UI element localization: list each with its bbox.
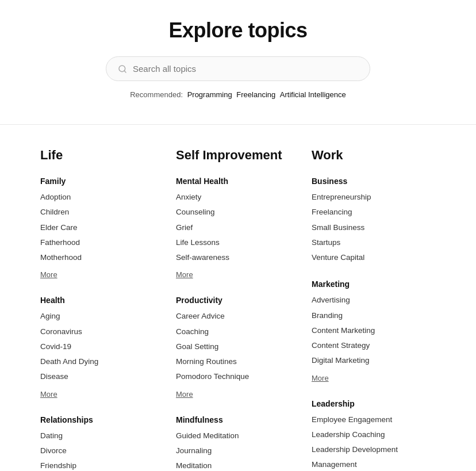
more-link[interactable]: More bbox=[312, 374, 329, 382]
topic-item[interactable]: Pomodoro Technique bbox=[176, 371, 300, 382]
divider bbox=[0, 124, 476, 125]
section-self-improvement-1: ProductivityCareer AdviceCoachingGoal Se… bbox=[176, 296, 300, 399]
topic-item[interactable]: Fatherhood bbox=[40, 237, 164, 248]
topic-item[interactable]: Meditation bbox=[176, 460, 300, 471]
section-title-work-2: Leadership bbox=[312, 399, 436, 408]
section-title-life-1: Health bbox=[40, 296, 164, 305]
recommended-row: Recommended: Programming Freelancing Art… bbox=[11, 90, 465, 99]
more-link[interactable]: More bbox=[40, 270, 57, 279]
topic-item[interactable]: Self-awareness bbox=[176, 252, 300, 263]
topic-item[interactable]: Content Strategy bbox=[312, 340, 436, 351]
topic-item[interactable]: Management bbox=[312, 459, 436, 470]
svg-line-1 bbox=[124, 71, 126, 72]
page-header: Explore topics Recommended: Programming … bbox=[0, 0, 476, 113]
topic-item[interactable]: Venture Capital bbox=[312, 252, 436, 263]
topic-item[interactable]: Small Business bbox=[312, 222, 436, 233]
topic-item[interactable]: Morning Routines bbox=[176, 356, 300, 367]
topic-item[interactable]: Career Advice bbox=[176, 311, 300, 322]
section-self-improvement-0: Mental HealthAnxietyCounselingGriefLife … bbox=[176, 177, 300, 279]
topic-item[interactable]: Disease bbox=[40, 371, 164, 382]
topic-item[interactable]: Guided Meditation bbox=[176, 430, 300, 442]
topic-item[interactable]: Motherhood bbox=[40, 252, 164, 263]
more-link[interactable]: More bbox=[176, 270, 193, 279]
column-title-self-improvement: Self Improvement bbox=[176, 148, 300, 163]
section-title-work-1: Marketing bbox=[312, 279, 436, 289]
topic-item[interactable]: Leadership Coaching bbox=[312, 429, 436, 441]
topic-item[interactable]: Journaling bbox=[176, 445, 300, 457]
section-self-improvement-2: MindfulnessGuided MeditationJournalingMe… bbox=[176, 415, 300, 472]
section-life-2: RelationshipsDatingDivorceFriendshipLove… bbox=[40, 415, 164, 472]
topic-item[interactable]: Friendship bbox=[40, 460, 164, 471]
section-work-0: BusinessEntrepreneurshipFreelancingSmall… bbox=[312, 177, 436, 263]
section-title-self-improvement-2: Mindfulness bbox=[176, 415, 300, 424]
column-life: LifeFamilyAdoptionChildrenElder CareFath… bbox=[34, 148, 170, 471]
recommended-label: Recommended: bbox=[130, 90, 183, 99]
search-bar bbox=[106, 56, 370, 81]
section-life-0: FamilyAdoptionChildrenElder CareFatherho… bbox=[40, 177, 164, 279]
topic-item[interactable]: Entrepreneurship bbox=[312, 192, 436, 203]
section-title-life-2: Relationships bbox=[40, 415, 164, 424]
topic-item[interactable]: Coronavirus bbox=[40, 326, 164, 338]
section-title-work-0: Business bbox=[312, 177, 436, 186]
topic-item[interactable]: Life Lessons bbox=[176, 237, 300, 248]
more-link[interactable]: More bbox=[176, 390, 193, 399]
recommended-link-2[interactable]: Freelancing bbox=[236, 90, 275, 99]
topic-item[interactable]: Digital Marketing bbox=[312, 355, 436, 366]
section-title-life-0: Family bbox=[40, 177, 164, 186]
section-work-1: MarketingAdvertisingBrandingContent Mark… bbox=[312, 279, 436, 382]
topics-grid: LifeFamilyAdoptionChildrenElder CareFath… bbox=[0, 136, 476, 471]
column-title-life: Life bbox=[40, 148, 164, 163]
search-icon bbox=[118, 64, 127, 74]
topic-item[interactable]: Covid-19 bbox=[40, 341, 164, 353]
topic-item[interactable]: Goal Setting bbox=[176, 341, 300, 353]
column-self-improvement: Self ImprovementMental HealthAnxietyCoun… bbox=[170, 148, 306, 471]
topic-item[interactable]: Startups bbox=[312, 237, 436, 248]
search-input[interactable] bbox=[133, 64, 358, 74]
topic-item[interactable]: Aging bbox=[40, 311, 164, 322]
topic-item[interactable]: Coaching bbox=[176, 326, 300, 338]
topic-item[interactable]: Branding bbox=[312, 310, 436, 321]
topic-item[interactable]: Employee Engagement bbox=[312, 414, 436, 426]
topic-item[interactable]: Elder Care bbox=[40, 222, 164, 233]
topic-item[interactable]: Children bbox=[40, 206, 164, 218]
section-work-2: LeadershipEmployee EngagementLeadership … bbox=[312, 399, 436, 472]
section-life-1: HealthAgingCoronavirusCovid-19Death And … bbox=[40, 296, 164, 399]
topic-item[interactable]: Freelancing bbox=[312, 206, 436, 218]
column-title-work: Work bbox=[312, 148, 436, 163]
column-work: WorkBusinessEntrepreneurshipFreelancingS… bbox=[306, 148, 442, 471]
topic-item[interactable]: Leadership Development bbox=[312, 444, 436, 455]
section-title-self-improvement-1: Productivity bbox=[176, 296, 300, 305]
recommended-link-1[interactable]: Programming bbox=[187, 90, 232, 99]
recommended-link-3[interactable]: Artificial Intelligence bbox=[280, 90, 346, 99]
topic-item[interactable]: Divorce bbox=[40, 445, 164, 457]
more-link[interactable]: More bbox=[40, 390, 57, 399]
topic-item[interactable]: Anxiety bbox=[176, 192, 300, 203]
topic-item[interactable]: Dating bbox=[40, 430, 164, 442]
topic-item[interactable]: Adoption bbox=[40, 192, 164, 203]
topic-item[interactable]: Content Marketing bbox=[312, 325, 436, 336]
section-title-self-improvement-0: Mental Health bbox=[176, 177, 300, 186]
page-title: Explore topics bbox=[11, 18, 465, 43]
topic-item[interactable]: Grief bbox=[176, 222, 300, 233]
topic-item[interactable]: Advertising bbox=[312, 294, 436, 306]
topic-item[interactable]: Counseling bbox=[176, 206, 300, 218]
topic-item[interactable]: Death And Dying bbox=[40, 356, 164, 367]
search-bar-wrap bbox=[11, 56, 465, 81]
